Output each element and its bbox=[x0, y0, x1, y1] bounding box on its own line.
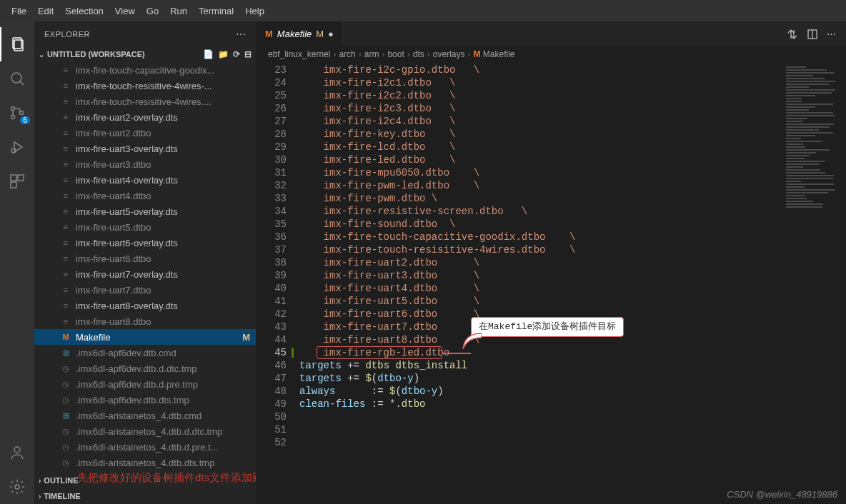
sidebar-title: EXPLORER bbox=[44, 30, 90, 39]
dts-icon: ≡ bbox=[60, 96, 71, 107]
file-row[interactable]: ≡imx-fire-uart6-overlay.dts bbox=[34, 235, 256, 251]
dts-icon: ≡ bbox=[60, 284, 71, 296]
outline-header[interactable]: › OUTLINE 先把修改好的设备树插件dts文件添加到Makefile同级目… bbox=[34, 473, 256, 488]
compare-icon[interactable] bbox=[787, 29, 798, 40]
timeline-header[interactable]: › TIMELINE bbox=[34, 488, 256, 504]
chevron-right-icon: › bbox=[407, 49, 410, 59]
code-line: imx-fire-uart4.dtbo \ bbox=[299, 282, 782, 295]
chevron-down-icon: ⌄ bbox=[39, 51, 44, 59]
tab-makefile[interactable]: M Makefile M ● bbox=[257, 21, 342, 46]
dts-icon: ≡ bbox=[60, 237, 71, 248]
file-row[interactable]: ≡imx-fire-touch-capacitive-goodix... bbox=[34, 62, 256, 78]
svg-point-2 bbox=[11, 73, 21, 83]
scm-icon[interactable]: 6 bbox=[0, 96, 34, 130]
code-line: imx-fire-i2c-gpio.dtbo \ bbox=[299, 64, 782, 76]
tab-bar: M Makefile M ● ⋯ bbox=[257, 21, 846, 46]
breadcrumb-item[interactable]: ebf_linux_kernel bbox=[268, 49, 330, 59]
code-line: targets += $(dtbo-y) bbox=[299, 372, 782, 385]
breadcrumb-item[interactable]: M Makefile bbox=[473, 49, 514, 59]
file-row[interactable]: ◷.imx6dl-aristainetos_4.dtb.d.pre.t... bbox=[34, 439, 256, 455]
chevron-right-icon: › bbox=[382, 49, 384, 59]
callout-text: 在Makefile添加设备树插件目标 bbox=[479, 321, 616, 332]
code-content[interactable]: 在Makefile添加设备树插件目标 imx-fire-i2c-gpio.dtb… bbox=[299, 62, 782, 504]
clock-icon: ◷ bbox=[60, 441, 71, 453]
close-icon[interactable]: ● bbox=[328, 29, 334, 39]
file-row[interactable]: ≡imx-fire-uart3.dtbo bbox=[34, 156, 256, 172]
menu-run[interactable]: Run bbox=[164, 6, 193, 16]
dts-icon: ≡ bbox=[60, 190, 71, 201]
split-icon[interactable] bbox=[807, 29, 818, 40]
file-row[interactable]: ≡imx-fire-uart2-overlay.dts bbox=[34, 109, 256, 125]
workspace-header[interactable]: ⌄ UNTITLED (WORKSPACE) 📄 📁 ⟳ ⊟ bbox=[34, 46, 256, 62]
breadcrumb-item[interactable]: overlays bbox=[433, 49, 465, 59]
file-label: .imx6dl-apf6dev.dtb.dts.tmp bbox=[76, 395, 189, 405]
new-file-icon[interactable]: 📄 bbox=[203, 49, 214, 59]
minimap[interactable] bbox=[782, 62, 846, 504]
file-row[interactable]: ≡imx-fire-uart4.dtbo bbox=[34, 188, 256, 203]
dts-icon: ≡ bbox=[60, 80, 71, 91]
file-row[interactable]: ≡imx-fire-uart8-overlay.dts bbox=[34, 298, 256, 313]
file-label: .imx6dl-apf6dev.dtb.cmd bbox=[76, 348, 176, 358]
menu-terminal[interactable]: Terminal bbox=[193, 6, 239, 16]
file-row[interactable]: ⊞.imx6dl-apf6dev.dtb.cmd bbox=[34, 345, 256, 361]
dts-icon: ≡ bbox=[60, 300, 71, 311]
file-row[interactable]: ◷.imx6dl-apf6dev.dtb.d.pre.tmp bbox=[34, 376, 256, 392]
explorer-icon[interactable] bbox=[0, 27, 34, 61]
file-row[interactable]: ≡imx-fire-uart3-overlay.dts bbox=[34, 141, 256, 156]
file-row[interactable]: ◷.imx6dl-aristainetos_4.dtb.d.dtc.tmp bbox=[34, 423, 256, 439]
menu-selection[interactable]: Selection bbox=[59, 6, 109, 16]
debug-icon[interactable] bbox=[0, 130, 34, 164]
dts-icon: ≡ bbox=[60, 268, 71, 280]
settings-icon[interactable] bbox=[0, 470, 34, 504]
file-label: imx-fire-uart2-overlay.dts bbox=[76, 112, 178, 123]
code-line: imx-fire-uart5.dtbo \ bbox=[299, 295, 782, 308]
file-row[interactable]: ≡imx-fire-uart4-overlay.dts bbox=[34, 172, 256, 188]
menu-file[interactable]: File bbox=[6, 6, 32, 16]
code-line: imx-fire-key.dtbo \ bbox=[299, 128, 782, 141]
file-row[interactable]: ≡imx-fire-uart8.dtbo bbox=[34, 313, 256, 329]
breadcrumb-item[interactable]: boot bbox=[387, 49, 404, 59]
file-row[interactable]: ≡imx-fire-uart7.dtbo bbox=[34, 282, 256, 298]
file-row[interactable]: ◷.imx6dl-aristainetos_4.dtb.dts.tmp bbox=[34, 455, 256, 470]
file-row[interactable]: ≡imx-fire-touch-resisitive-4wires.... bbox=[34, 94, 256, 109]
file-tree: ≡imx-fire-touch-capacitive-goodix...≡imx… bbox=[34, 62, 256, 473]
dts-icon: ≡ bbox=[60, 111, 71, 123]
file-label: .imx6dl-apf6dev.dtb.d.pre.tmp bbox=[76, 379, 198, 390]
file-row[interactable]: ⊞.imx6dl-aristainetos_4.dtb.cmd bbox=[34, 408, 256, 423]
outline-label: OUTLINE bbox=[44, 476, 78, 485]
menu-view[interactable]: View bbox=[109, 6, 141, 16]
file-row[interactable]: ≡imx-fire-uart6.dtbo bbox=[34, 251, 256, 266]
file-status: M bbox=[242, 332, 250, 343]
breadcrumbs[interactable]: ebf_linux_kernel›arch›arm›boot›dts›overl… bbox=[257, 46, 846, 62]
dts-icon: ≡ bbox=[60, 143, 71, 154]
file-row[interactable]: ◷.imx6dl-apf6dev.dtb.d.dtc.tmp bbox=[34, 361, 256, 376]
more-icon[interactable]: ⋯ bbox=[236, 29, 247, 40]
clock-icon: ◷ bbox=[60, 394, 71, 405]
refresh-icon[interactable]: ⟳ bbox=[233, 49, 240, 59]
annotation-note: 先把修改好的设备树插件dts文件添加到Makefile同级目录 bbox=[77, 471, 256, 485]
file-row[interactable]: ≡imx-fire-touch-resisitive-4wires-... bbox=[34, 78, 256, 94]
more-icon[interactable]: ⋯ bbox=[827, 29, 836, 39]
file-row[interactable]: ≡imx-fire-uart5-overlay.dts bbox=[34, 203, 256, 219]
search-icon[interactable] bbox=[0, 61, 34, 96]
file-row[interactable]: ≡imx-fire-uart5.dtbo bbox=[34, 219, 256, 235]
annotation-callout: 在Makefile添加设备树插件目标 bbox=[471, 317, 624, 337]
account-icon[interactable] bbox=[0, 435, 34, 470]
extensions-icon[interactable] bbox=[0, 164, 34, 198]
file-label: .imx6dl-aristainetos_4.dtb.cmd bbox=[76, 410, 201, 421]
file-label: imx-fire-uart7-overlay.dts bbox=[76, 269, 178, 280]
file-row[interactable]: ≡imx-fire-uart2.dtbo bbox=[34, 125, 256, 141]
file-row[interactable]: ◷.imx6dl-apf6dev.dtb.dts.tmp bbox=[34, 392, 256, 408]
menu-edit[interactable]: Edit bbox=[32, 6, 59, 16]
file-row[interactable]: MMakefileM bbox=[34, 329, 256, 345]
breadcrumb-item[interactable]: arch bbox=[339, 49, 355, 59]
menu-help[interactable]: Help bbox=[239, 6, 270, 16]
win-icon: ⊞ bbox=[60, 410, 71, 421]
breadcrumb-item[interactable]: dts bbox=[413, 49, 424, 59]
menu-go[interactable]: Go bbox=[141, 6, 164, 16]
svg-point-6 bbox=[20, 111, 24, 115]
collapse-icon[interactable]: ⊟ bbox=[244, 49, 252, 59]
new-folder-icon[interactable]: 📁 bbox=[218, 49, 229, 59]
file-row[interactable]: ≡imx-fire-uart7-overlay.dts bbox=[34, 266, 256, 282]
breadcrumb-item[interactable]: arm bbox=[364, 49, 379, 59]
